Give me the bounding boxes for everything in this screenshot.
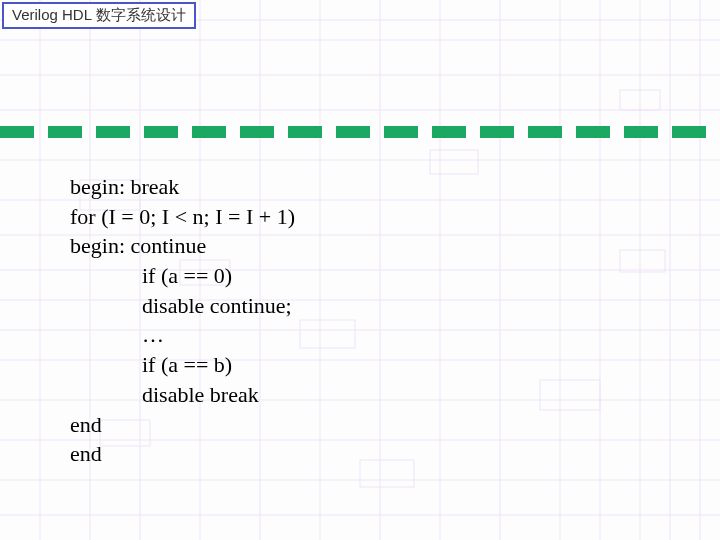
code-line: disable break xyxy=(70,380,295,410)
code-line: if (a == b) xyxy=(70,350,295,380)
code-line: end xyxy=(70,439,295,469)
code-block: begin: break for (I = 0; I < n; I = I + … xyxy=(70,172,295,469)
code-line: begin: continue xyxy=(70,231,295,261)
svg-rect-35 xyxy=(620,250,665,272)
slide-title-box: Verilog HDL 数字系统设计 xyxy=(2,2,196,29)
svg-rect-31 xyxy=(300,320,355,348)
svg-rect-37 xyxy=(360,460,414,487)
slide-title: Verilog HDL 数字系统设计 xyxy=(12,6,186,23)
svg-rect-32 xyxy=(430,150,478,174)
svg-rect-34 xyxy=(620,90,660,110)
code-line: end xyxy=(70,410,295,440)
code-line: disable continue; xyxy=(70,291,295,321)
svg-rect-33 xyxy=(540,380,600,410)
code-line: … xyxy=(70,320,295,350)
code-line: begin: break xyxy=(70,172,295,202)
divider-dashes xyxy=(0,126,720,140)
code-line: for (I = 0; I < n; I = I + 1) xyxy=(70,202,295,232)
code-line: if (a == 0) xyxy=(70,261,295,291)
